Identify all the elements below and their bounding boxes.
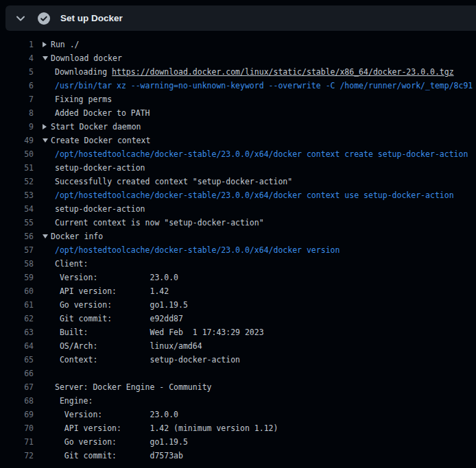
- log-line[interactable]: 58Client:: [0, 257, 476, 271]
- line-number[interactable]: 51: [0, 161, 34, 175]
- log-text: Fixing perms: [43, 93, 112, 106]
- line-content: Docker info: [34, 230, 476, 243]
- log-view: 1Run ./4Download docker5Downloading http…: [0, 31, 476, 463]
- line-number[interactable]: 7: [0, 93, 34, 106]
- command-text: /opt/hostedtoolcache/docker-stable/23.0.…: [43, 243, 340, 257]
- line-content: Added Docker to PATH: [34, 106, 476, 120]
- log-group-header[interactable]: 49Create Docker context: [0, 134, 476, 147]
- line-number[interactable]: 9: [0, 120, 34, 134]
- triangle-right-icon: [43, 42, 47, 47]
- line-content: Go version: go1.19.5: [34, 435, 476, 449]
- line-content: Download docker: [34, 51, 476, 65]
- line-number[interactable]: 52: [0, 175, 34, 188]
- line-number[interactable]: 70: [0, 421, 34, 435]
- line-number[interactable]: 54: [0, 202, 34, 216]
- line-number[interactable]: 57: [0, 243, 34, 257]
- log-line[interactable]: 51setup-docker-action: [0, 161, 476, 175]
- log-group-header[interactable]: 1Run ./: [0, 38, 476, 51]
- log-line[interactable]: 8Added Docker to PATH: [0, 106, 476, 120]
- line-content: Fixing perms: [34, 93, 476, 106]
- log-line[interactable]: 54setup-docker-action: [0, 202, 476, 216]
- line-number[interactable]: 65: [0, 353, 34, 367]
- log-group-header[interactable]: 4Download docker: [0, 51, 476, 65]
- line-content: Start Docker daemon: [34, 120, 476, 134]
- log-link[interactable]: https://download.docker.com/linux/static…: [112, 65, 454, 79]
- line-number[interactable]: 49: [0, 134, 34, 147]
- log-text: Version: 23.0.0: [43, 271, 178, 284]
- line-number[interactable]: 6: [0, 79, 34, 93]
- step-title: Set up Docker: [60, 13, 123, 23]
- log-text: API version: 1.42 (minimum version 1.12): [43, 421, 278, 435]
- log-line[interactable]: 65 Context: setup-docker-action: [0, 353, 476, 367]
- group-title: Docker info: [51, 230, 103, 243]
- group-expand-icon[interactable]: [43, 42, 51, 47]
- line-number[interactable]: 62: [0, 312, 34, 325]
- command-text: /opt/hostedtoolcache/docker-stable/23.0.…: [43, 147, 473, 161]
- line-number[interactable]: 64: [0, 339, 34, 353]
- log-line[interactable]: 71 Go version: go1.19.5: [0, 435, 476, 449]
- group-collapse-icon[interactable]: [43, 138, 51, 143]
- log-line[interactable]: 61 Go version: go1.19.5: [0, 298, 476, 312]
- log-line[interactable]: 59 Version: 23.0.0: [0, 271, 476, 284]
- line-number[interactable]: 71: [0, 435, 34, 449]
- line-number[interactable]: 55: [0, 216, 34, 230]
- line-number[interactable]: 69: [0, 408, 34, 421]
- line-number[interactable]: 1: [0, 38, 34, 51]
- log-line[interactable]: 5Downloading https://download.docker.com…: [0, 65, 476, 79]
- line-number[interactable]: 53: [0, 188, 34, 202]
- group-collapse-icon[interactable]: [43, 234, 51, 238]
- line-number[interactable]: 67: [0, 380, 34, 394]
- log-line[interactable]: 57/opt/hostedtoolcache/docker-stable/23.…: [0, 243, 476, 257]
- log-line[interactable]: 68 Engine:: [0, 394, 476, 408]
- log-line[interactable]: 63 Built: Wed Feb 1 17:43:29 2023: [0, 325, 476, 339]
- line-number[interactable]: 50: [0, 147, 34, 161]
- line-number[interactable]: 66: [0, 367, 34, 380]
- log-line[interactable]: 64 OS/Arch: linux/amd64: [0, 339, 476, 353]
- line-number[interactable]: 59: [0, 271, 34, 284]
- log-text: Successfully created context "setup-dock…: [43, 175, 292, 188]
- group-collapse-icon[interactable]: [43, 56, 51, 60]
- line-number[interactable]: 58: [0, 257, 34, 271]
- line-number[interactable]: 68: [0, 394, 34, 408]
- line-number[interactable]: 56: [0, 230, 34, 243]
- line-content: Go version: go1.19.5: [34, 298, 476, 312]
- log-line[interactable]: 55Current context is now "setup-docker-a…: [0, 216, 476, 230]
- log-group-header[interactable]: 9Start Docker daemon: [0, 120, 476, 134]
- chevron-down-icon[interactable]: [16, 16, 25, 21]
- log-text: Git commit: d7573ab: [43, 449, 183, 463]
- check-circle-icon: [37, 12, 51, 25]
- log-line[interactable]: 69 Version: 23.0.0: [0, 408, 476, 421]
- line-content: Git commit: e92dd87: [34, 312, 476, 325]
- log-line[interactable]: 67Server: Docker Engine - Community: [0, 380, 476, 394]
- line-content: Built: Wed Feb 1 17:43:29 2023: [34, 325, 476, 339]
- log-line[interactable]: 70 API version: 1.42 (minimum version 1.…: [0, 421, 476, 435]
- log-line[interactable]: 53/opt/hostedtoolcache/docker-stable/23.…: [0, 188, 476, 202]
- line-content: Create Docker context: [34, 134, 476, 147]
- log-line[interactable]: 62 Git commit: e92dd87: [0, 312, 476, 325]
- line-content: Run ./: [34, 38, 476, 51]
- log-text: Added Docker to PATH: [43, 106, 150, 120]
- step-header[interactable]: Set up Docker: [5, 5, 476, 31]
- log-line[interactable]: 50/opt/hostedtoolcache/docker-stable/23.…: [0, 147, 476, 161]
- line-number[interactable]: 60: [0, 284, 34, 298]
- log-line[interactable]: 7Fixing perms: [0, 93, 476, 106]
- group-expand-icon[interactable]: [43, 124, 51, 130]
- line-content: API version: 1.42 (minimum version 1.12): [34, 421, 476, 435]
- line-content: /opt/hostedtoolcache/docker-stable/23.0.…: [34, 188, 476, 202]
- line-number[interactable]: 4: [0, 51, 34, 65]
- line-number[interactable]: 5: [0, 65, 34, 79]
- log-group-header[interactable]: 56Docker info: [0, 230, 476, 243]
- line-number[interactable]: 61: [0, 298, 34, 312]
- log-line[interactable]: 72 Git commit: d7573ab: [0, 449, 476, 463]
- line-number[interactable]: 8: [0, 106, 34, 120]
- triangle-right-icon: [43, 124, 47, 130]
- group-title: Download docker: [51, 51, 122, 65]
- line-number[interactable]: 72: [0, 449, 34, 463]
- triangle-down-icon: [43, 56, 48, 60]
- line-number[interactable]: 63: [0, 325, 34, 339]
- log-line[interactable]: 60 API version: 1.42: [0, 284, 476, 298]
- log-line[interactable]: 66: [0, 367, 476, 380]
- command-text: /opt/hostedtoolcache/docker-stable/23.0.…: [43, 188, 454, 202]
- log-line[interactable]: 52Successfully created context "setup-do…: [0, 175, 476, 188]
- log-line[interactable]: 6/usr/bin/tar xz --warning=no-unknown-ke…: [0, 79, 476, 93]
